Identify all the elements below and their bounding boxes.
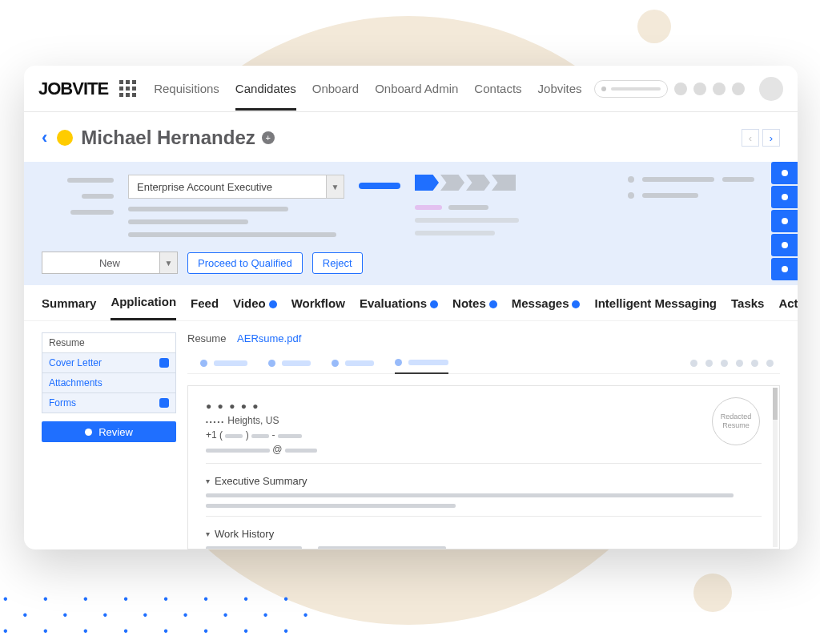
phone-mid: ) xyxy=(246,429,251,441)
side-tab[interactable] xyxy=(771,258,798,280)
candidate-name: Michael Hernandez xyxy=(81,127,255,149)
phone-dash: - xyxy=(271,429,277,441)
resume-section-work-history[interactable]: ▾ Work History xyxy=(206,528,762,540)
tab-intelligent-messaging[interactable]: Intelligent Messaging xyxy=(594,296,717,320)
nav-onboard[interactable]: Onboard xyxy=(312,67,359,111)
tab-application[interactable]: Application xyxy=(111,295,176,320)
decorative-dots: • • • • • • • • • • • • • • • • • • • • … xyxy=(3,591,324,639)
side-tab[interactable] xyxy=(771,162,798,184)
side-tab[interactable] xyxy=(771,234,798,256)
proceed-button[interactable]: Proceed to Qualified xyxy=(187,252,303,274)
main-nav: Requisitions Candidates Onboard Onboard … xyxy=(154,67,581,111)
nav-jobvites[interactable]: Jobvites xyxy=(538,67,582,111)
resume-tabbar xyxy=(187,352,780,374)
redacted-text: ••••• xyxy=(206,418,225,425)
chevron-down-icon: ▾ xyxy=(206,529,210,538)
tab-feed[interactable]: Feed xyxy=(191,296,219,320)
stage-step[interactable] xyxy=(466,175,490,191)
subnav-resume[interactable]: Resume xyxy=(42,332,176,353)
resume-tab[interactable] xyxy=(332,360,374,367)
stage-step[interactable] xyxy=(492,175,516,191)
tab-summary[interactable]: Summary xyxy=(42,296,96,320)
search-input[interactable] xyxy=(594,80,668,98)
apps-grid-icon[interactable] xyxy=(119,80,136,97)
avatar[interactable] xyxy=(759,77,783,101)
topbar: JOBVITE Requisitions Candidates Onboard … xyxy=(24,66,798,112)
side-tab[interactable] xyxy=(771,210,798,232)
decorative-circle xyxy=(637,10,671,43)
badge-dot-icon xyxy=(572,300,580,308)
badge-dot-icon xyxy=(269,300,277,308)
side-tabs xyxy=(771,162,798,280)
topbar-action-icon[interactable] xyxy=(713,83,726,95)
dot-icon xyxy=(85,429,92,436)
topbar-action-icon[interactable] xyxy=(693,83,706,95)
topbar-action-icon[interactable] xyxy=(674,83,687,95)
resume-breadcrumb: Resume AERsume.pdf xyxy=(187,332,780,344)
info-right-col xyxy=(628,175,780,199)
add-icon[interactable]: + xyxy=(262,131,275,144)
resume-document: Redacted Resume ● ● ● ● ● ••••• Heights,… xyxy=(187,385,780,549)
topbar-right xyxy=(594,77,783,101)
status-select[interactable]: New ▼ xyxy=(42,252,178,274)
back-chevron-icon[interactable]: ‹ xyxy=(42,127,47,148)
status-square-icon xyxy=(159,358,169,368)
resume-action-icon[interactable] xyxy=(766,360,774,367)
action-row: New ▼ Proceed to Qualified Reject xyxy=(42,252,780,274)
redacted-name: ● ● ● ● ● xyxy=(206,400,762,412)
requisition-select[interactable]: Enterprise Account Executive ▼ xyxy=(128,175,344,199)
subnav-forms[interactable]: Forms xyxy=(42,393,176,413)
subnav-attachments[interactable]: Attachments xyxy=(42,373,176,393)
resume-action-icon[interactable] xyxy=(736,360,743,367)
resume-tab-active[interactable] xyxy=(395,359,448,374)
tab-notes[interactable]: Notes xyxy=(452,296,497,320)
redacted-stamp: Redacted Resume xyxy=(712,397,760,445)
status-dot-icon xyxy=(57,130,73,146)
tab-workflow[interactable]: Workflow xyxy=(291,296,345,320)
breadcrumb: ‹ Michael Hernandez + ‹ › xyxy=(24,112,798,162)
resume-section-exec-summary[interactable]: ▾ Executive Summary xyxy=(206,475,762,487)
stage-progress[interactable] xyxy=(415,175,519,191)
resume-action-icon[interactable] xyxy=(690,360,697,367)
brand-logo: JOBVITE xyxy=(38,78,108,99)
nav-onboard-admin[interactable]: Onboard Admin xyxy=(375,67,458,111)
pager: ‹ › xyxy=(742,129,780,147)
tab-activity[interactable]: Activity xyxy=(778,296,798,320)
status-selected: New xyxy=(99,257,120,269)
chevron-down-icon: ▼ xyxy=(159,252,177,273)
topbar-action-icon[interactable] xyxy=(732,83,745,95)
info-labels-col xyxy=(42,175,114,215)
resume-action-icon[interactable] xyxy=(751,360,758,367)
resume-tab[interactable] xyxy=(200,360,247,367)
placeholder-skeleton xyxy=(611,87,661,91)
app-window: JOBVITE Requisitions Candidates Onboard … xyxy=(24,66,798,549)
nav-contacts[interactable]: Contacts xyxy=(474,67,521,111)
search-icon xyxy=(601,87,606,91)
tab-tasks[interactable]: Tasks xyxy=(731,296,764,320)
resume-action-icon[interactable] xyxy=(705,360,713,367)
email-at: @ xyxy=(272,444,285,455)
resume-tab[interactable] xyxy=(268,360,311,367)
review-button[interactable]: Review xyxy=(42,421,176,442)
tab-video[interactable]: Video xyxy=(233,296,277,320)
resume-file-link[interactable]: AERsume.pdf xyxy=(237,332,301,344)
pager-next[interactable]: › xyxy=(762,129,780,147)
resume-action-icon[interactable] xyxy=(721,360,728,367)
nav-requisitions[interactable]: Requisitions xyxy=(154,67,219,111)
reject-button[interactable]: Reject xyxy=(312,252,363,274)
resume-pane: Resume AERsume.pdf Redact xyxy=(187,332,780,549)
chevron-down-icon: ▼ xyxy=(326,175,344,198)
resume-label: Resume xyxy=(187,332,226,344)
candidate-info-panel: Enterprise Account Executive ▼ xyxy=(24,162,798,285)
tab-evaluations[interactable]: Evaluations xyxy=(360,296,438,320)
tab-messages[interactable]: Messages xyxy=(512,296,581,320)
stage-step[interactable] xyxy=(415,175,439,191)
stage-step[interactable] xyxy=(440,175,464,191)
section-tabs: Summary Application Feed Video Workflow … xyxy=(24,285,798,321)
pager-prev[interactable]: ‹ xyxy=(742,129,759,147)
side-tab[interactable] xyxy=(771,186,798,208)
application-body: Resume Cover Letter Attachments Forms Re… xyxy=(24,321,798,549)
badge-dot-icon xyxy=(489,300,497,308)
subnav-cover-letter[interactable]: Cover Letter xyxy=(42,353,176,373)
nav-candidates[interactable]: Candidates xyxy=(235,67,296,111)
